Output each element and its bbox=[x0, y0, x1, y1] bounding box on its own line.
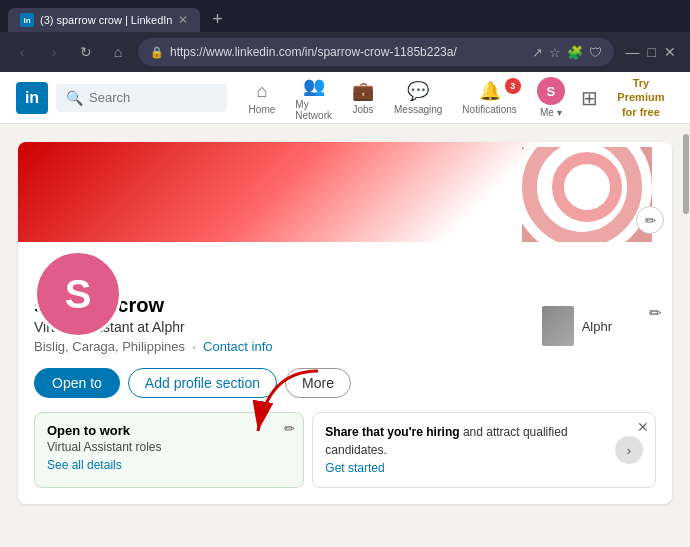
profile-banner: ✏ bbox=[18, 142, 672, 242]
hiring-card: ✕ Share that you're hiring and attract q… bbox=[312, 412, 656, 488]
forward-button[interactable]: › bbox=[42, 40, 66, 64]
star-icon[interactable]: ☆ bbox=[549, 45, 561, 60]
profile-card: ✏ S Alphr ✏ sparrow crow Virtual bbox=[18, 142, 672, 504]
company-logo-area: Alphr bbox=[542, 306, 612, 346]
avatar-wrapper: S bbox=[34, 250, 122, 338]
card-edit-icon[interactable]: ✏ bbox=[284, 421, 295, 436]
close-window-icon[interactable]: ✕ bbox=[664, 44, 676, 60]
home-button[interactable]: ⌂ bbox=[106, 40, 130, 64]
cards-row: ✏ Open to work Virtual Assistant roles S… bbox=[34, 412, 656, 488]
open-to-work-subtitle: Virtual Assistant roles bbox=[47, 440, 291, 454]
linkedin-navbar: in 🔍 ⌂ Home 👥 My Network 💼 Jobs 💬 Messag… bbox=[0, 72, 690, 124]
tab-title: (3) sparrow crow | LinkedIn bbox=[40, 14, 172, 26]
grid-icon[interactable]: ⊞ bbox=[575, 86, 604, 110]
premium-button[interactable]: Try Premium for free bbox=[608, 76, 674, 119]
nav-avatar: S bbox=[537, 77, 565, 105]
hiring-card-close-button[interactable]: ✕ bbox=[637, 419, 649, 435]
scrollbar-thumb[interactable] bbox=[683, 134, 689, 214]
url-bar[interactable]: 🔒 https://www.linkedin.com/in/sparrow-cr… bbox=[138, 38, 614, 66]
nav-items: ⌂ Home 👥 My Network 💼 Jobs 💬 Messaging 🔔… bbox=[239, 72, 604, 124]
get-started-link[interactable]: Get started bbox=[325, 461, 384, 475]
nav-me[interactable]: S Me ▾ bbox=[527, 72, 575, 124]
new-tab-button[interactable]: + bbox=[204, 6, 230, 32]
more-button[interactable]: More bbox=[285, 368, 351, 398]
open-to-work-card: ✏ Open to work Virtual Assistant roles S… bbox=[34, 412, 304, 488]
browser-chrome: in (3) sparrow crow | LinkedIn ✕ + ‹ › ↻… bbox=[0, 0, 690, 72]
edit-pencil-icon: ✏ bbox=[649, 304, 662, 321]
jobs-icon: 💼 bbox=[352, 80, 374, 102]
nav-messaging[interactable]: 💬 Messaging bbox=[384, 72, 452, 124]
notification-badge: 3 bbox=[505, 78, 521, 94]
search-bar[interactable]: 🔍 bbox=[56, 84, 227, 112]
puzzle-icon[interactable]: 🧩 bbox=[567, 45, 583, 60]
company-name: Alphr bbox=[582, 319, 612, 334]
open-to-button[interactable]: Open to bbox=[34, 368, 120, 398]
hiring-text: Share that you're hiring and attract qua… bbox=[325, 423, 607, 477]
add-profile-section-button[interactable]: Add profile section bbox=[128, 368, 277, 398]
active-tab[interactable]: in (3) sparrow crow | LinkedIn ✕ bbox=[8, 8, 200, 32]
minimize-icon[interactable]: — bbox=[626, 44, 640, 60]
tab-close-button[interactable]: ✕ bbox=[178, 13, 188, 27]
tab-bar: in (3) sparrow crow | LinkedIn ✕ + bbox=[0, 0, 690, 32]
back-button[interactable]: ‹ bbox=[10, 40, 34, 64]
shield-icon[interactable]: 🛡 bbox=[589, 45, 602, 60]
open-to-work-title: Open to work bbox=[47, 423, 291, 438]
company-thumbnail bbox=[542, 306, 574, 346]
refresh-button[interactable]: ↻ bbox=[74, 40, 98, 64]
tab-favicon: in bbox=[20, 13, 34, 27]
nav-network[interactable]: 👥 My Network bbox=[285, 72, 342, 124]
browser-actions: — □ ✕ bbox=[622, 44, 680, 60]
search-input[interactable] bbox=[89, 90, 217, 105]
notifications-icon: 🔔 bbox=[479, 80, 501, 102]
edit-banner-button[interactable]: ✏ bbox=[636, 206, 664, 234]
lock-icon: 🔒 bbox=[150, 46, 164, 59]
profile-actions: Open to Add profile section More bbox=[34, 368, 656, 398]
address-bar: ‹ › ↻ ⌂ 🔒 https://www.linkedin.com/in/sp… bbox=[0, 32, 690, 72]
home-icon: ⌂ bbox=[257, 81, 268, 102]
linkedin-logo[interactable]: in bbox=[16, 82, 48, 114]
network-icon: 👥 bbox=[303, 75, 325, 97]
nav-jobs[interactable]: 💼 Jobs bbox=[342, 72, 384, 124]
scrollbar[interactable] bbox=[682, 124, 690, 522]
profile-body: S Alphr ✏ sparrow crow Virtual Assistant… bbox=[18, 294, 672, 504]
url-text: https://www.linkedin.com/in/sparrow-crow… bbox=[170, 45, 526, 59]
hiring-arrow-button[interactable]: › bbox=[615, 436, 643, 464]
contact-info-link[interactable]: Contact info bbox=[203, 339, 272, 354]
search-icon: 🔍 bbox=[66, 90, 83, 106]
nav-home[interactable]: ⌂ Home bbox=[239, 72, 286, 124]
nav-notifications[interactable]: 🔔 3 Notifications bbox=[452, 72, 526, 124]
profile-avatar: S bbox=[34, 250, 122, 338]
maximize-icon[interactable]: □ bbox=[648, 44, 656, 60]
share-icon[interactable]: ↗ bbox=[532, 45, 543, 60]
edit-info-button[interactable]: ✏ bbox=[649, 304, 662, 322]
messaging-icon: 💬 bbox=[407, 80, 429, 102]
pencil-icon: ✏ bbox=[645, 213, 656, 228]
see-all-details-link[interactable]: See all details bbox=[47, 458, 291, 472]
url-actions: ↗ ☆ 🧩 🛡 bbox=[532, 45, 602, 60]
